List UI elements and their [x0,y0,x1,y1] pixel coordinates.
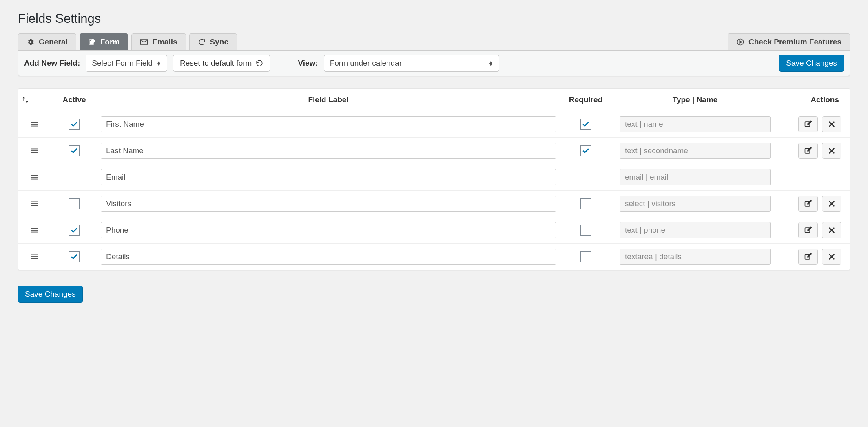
field-label-input[interactable] [101,249,556,265]
required-checkbox[interactable] [580,145,591,156]
tab-label: General [39,37,68,46]
field-label-input[interactable] [101,169,556,185]
type-name-input [620,116,771,132]
tab-label: Sync [210,37,228,46]
tab-sync[interactable]: Sync [189,33,237,50]
active-checkbox[interactable] [69,251,80,262]
edit-button[interactable] [798,116,818,132]
required-column-header: Required [556,95,616,104]
envelope-icon [140,38,148,46]
field-label-input[interactable] [101,116,556,132]
required-checkbox[interactable] [580,251,591,262]
active-checkbox[interactable] [69,198,80,209]
tab-general[interactable]: General [18,33,76,50]
table-header-row: Active Field Label Required Type | Name … [18,89,850,111]
page-title: Fields Settings [18,11,850,26]
view-dropdown[interactable]: Form under calendar ▲▼ [324,55,499,72]
type-column-header: Type | Name [616,95,775,104]
play-circle-icon [736,38,744,46]
close-icon [828,253,835,260]
select-value: Form under calendar [330,59,402,68]
drag-handle-icon[interactable] [22,252,48,261]
button-label: Reset to default form [180,59,252,68]
edit-icon [804,147,812,155]
tab-label: Emails [152,37,177,46]
required-checkbox[interactable] [580,119,591,130]
close-icon [828,121,835,128]
edit-icon [804,226,812,234]
select-value: Select Form Field [92,59,153,68]
active-checkbox[interactable] [69,119,80,130]
sort-column-header[interactable] [22,96,48,103]
delete-button[interactable] [822,196,841,212]
edit-icon [804,253,812,261]
sort-updown-icon: ▲▼ [489,61,493,66]
add-new-field-label: Add New Field: [24,59,80,68]
view-label: View: [298,59,318,68]
drag-handle-icon[interactable] [22,173,48,182]
button-label: Save Changes [25,290,76,299]
delete-button[interactable] [822,249,841,265]
field-label-input[interactable] [101,196,556,212]
close-icon [828,200,835,207]
field-label-input[interactable] [101,222,556,238]
fields-table: Active Field Label Required Type | Name … [18,88,850,270]
button-label: Save Changes [786,59,837,68]
edit-button[interactable] [798,143,818,159]
delete-button[interactable] [822,116,841,132]
label-column-header: Field Label [101,95,556,104]
edit-icon [804,200,812,208]
toolbar: Add New Field: Select Form Field ▲▼ Rese… [18,50,850,76]
table-row [18,191,850,217]
refresh-icon [256,59,263,67]
drag-handle-icon[interactable] [22,146,48,155]
table-row [18,217,850,244]
field-label-input[interactable] [101,143,556,159]
required-checkbox[interactable] [580,198,591,209]
close-icon [828,147,835,154]
sync-icon [198,38,206,46]
drag-handle-icon[interactable] [22,120,48,129]
save-changes-bottom-button[interactable]: Save Changes [18,286,83,303]
type-name-input [620,169,771,185]
active-checkbox[interactable] [69,145,80,156]
type-name-input [620,222,771,238]
table-row [18,244,850,270]
tab-label: Form [100,37,120,46]
drag-handle-icon[interactable] [22,199,48,208]
tab-emails[interactable]: Emails [131,33,186,50]
delete-button[interactable] [822,143,841,159]
required-checkbox[interactable] [580,225,591,236]
edit-button[interactable] [798,222,818,238]
select-form-field-dropdown[interactable]: Select Form Field ▲▼ [86,55,167,72]
tab-form[interactable]: Form [80,33,128,50]
active-column-header: Active [48,95,101,104]
active-checkbox[interactable] [69,225,80,236]
gear-icon [27,38,35,46]
type-name-input [620,143,771,159]
close-icon [828,227,835,234]
edit-button[interactable] [798,196,818,212]
tabs-row: General Form Emails Sync Check Premium F… [18,33,850,50]
type-name-input [620,249,771,265]
table-row [18,164,850,191]
type-name-input [620,196,771,212]
reset-to-default-button[interactable]: Reset to default form [173,55,270,72]
tab-premium[interactable]: Check Premium Features [728,33,850,50]
drag-handle-icon[interactable] [22,226,48,235]
tab-label: Check Premium Features [748,37,841,46]
table-row [18,111,850,138]
edit-button[interactable] [798,249,818,265]
edit-icon [804,120,812,128]
table-row [18,138,850,164]
save-changes-button[interactable]: Save Changes [779,55,844,72]
delete-button[interactable] [822,222,841,238]
sort-updown-icon: ▲▼ [157,61,161,66]
edit-box-icon [88,38,96,46]
actions-column-header: Actions [775,95,841,104]
